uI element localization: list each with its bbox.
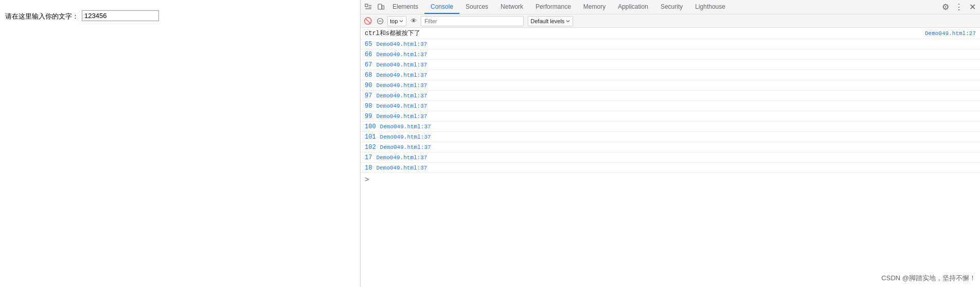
console-row: 66Demo049.html:37 bbox=[361, 49, 980, 60]
console-row-link[interactable]: Demo049.html:37 bbox=[376, 165, 427, 171]
console-row: 67Demo049.html:37 bbox=[361, 60, 980, 70]
console-row-link[interactable]: Demo049.html:37 bbox=[376, 62, 427, 68]
input-label: 请在这里输入你的文字： bbox=[5, 12, 79, 21]
tab-sources[interactable]: Sources bbox=[459, 0, 494, 14]
console-row: ctrl和s都被按下了Demo049.html:27 bbox=[361, 28, 980, 39]
device-mode-button[interactable] bbox=[375, 2, 386, 13]
preserve-log-button[interactable] bbox=[375, 16, 385, 26]
tab-memory[interactable]: Memory bbox=[577, 0, 612, 14]
console-row-text: 68 bbox=[365, 72, 372, 79]
console-row-link[interactable]: Demo049.html:37 bbox=[376, 103, 427, 109]
console-row: 98Demo049.html:37 bbox=[361, 101, 980, 111]
tab-elements[interactable]: Elements bbox=[386, 0, 424, 14]
more-options-icon[interactable]: ⋮ bbox=[953, 2, 965, 13]
console-row-link[interactable]: Demo049.html:27 bbox=[925, 30, 976, 37]
console-row-link[interactable]: Demo049.html:37 bbox=[376, 155, 427, 161]
levels-dropdown-icon bbox=[565, 19, 571, 24]
console-row-text: ctrl和s都被按下了 bbox=[365, 29, 921, 38]
hide-network-icon[interactable]: 👁 bbox=[408, 16, 419, 26]
context-selector[interactable]: top bbox=[387, 16, 406, 26]
toolbar-right-icons: ⚙ ⋮ ✕ bbox=[940, 2, 978, 13]
console-row: 90Demo049.html:37 bbox=[361, 80, 980, 91]
console-row-text: 65 bbox=[365, 41, 372, 48]
page-area: 请在这里输入你的文字： bbox=[0, 0, 360, 287]
svg-rect-0 bbox=[365, 4, 368, 7]
tab-application[interactable]: Application bbox=[612, 0, 654, 14]
console-row: 101Demo049.html:37 bbox=[361, 132, 980, 142]
devtools-tabs: Elements Console Sources Network Perform… bbox=[386, 0, 940, 14]
context-value: top bbox=[390, 18, 398, 24]
console-row-text: 18 bbox=[365, 164, 372, 172]
console-row: 102Demo049.html:37 bbox=[361, 142, 980, 153]
console-row-text: 17 bbox=[365, 154, 372, 161]
console-row-link[interactable]: Demo049.html:37 bbox=[376, 41, 427, 47]
csdn-watermark: CSDN @脚踏实地，坚持不懈！ bbox=[881, 274, 976, 283]
console-row: 65Demo049.html:37 bbox=[361, 39, 980, 49]
console-row-text: 100 bbox=[365, 123, 376, 130]
console-row-link[interactable]: Demo049.html:37 bbox=[380, 124, 431, 130]
console-row: 99Demo049.html:37 bbox=[361, 111, 980, 122]
inspect-element-button[interactable] bbox=[363, 2, 374, 13]
svg-rect-4 bbox=[378, 4, 382, 9]
console-row-link[interactable]: Demo049.html:37 bbox=[376, 93, 427, 99]
console-row-text: 101 bbox=[365, 133, 376, 141]
console-row-text: 90 bbox=[365, 82, 372, 89]
console-row-link[interactable]: Demo049.html:37 bbox=[376, 72, 427, 78]
console-row-text: 67 bbox=[365, 61, 372, 69]
close-devtools-icon[interactable]: ✕ bbox=[967, 2, 978, 13]
console-row-link[interactable]: Demo049.html:37 bbox=[380, 134, 431, 140]
console-row-link[interactable]: Demo049.html:37 bbox=[376, 113, 427, 120]
log-levels-value: Default levels bbox=[530, 18, 564, 24]
console-row-text: 99 bbox=[365, 113, 372, 120]
console-row: 17Demo049.html:37 bbox=[361, 153, 980, 163]
console-row: 68Demo049.html:37 bbox=[361, 70, 980, 80]
text-input[interactable] bbox=[82, 10, 159, 21]
console-row-text: 102 bbox=[365, 144, 376, 151]
context-dropdown-icon bbox=[399, 19, 404, 24]
console-row: 18Demo049.html:37 bbox=[361, 163, 980, 173]
tab-security[interactable]: Security bbox=[654, 0, 689, 14]
console-prompt: > bbox=[361, 173, 980, 185]
prompt-arrow: > bbox=[365, 175, 369, 183]
console-row: 97Demo049.html:37 bbox=[361, 91, 980, 101]
tab-console[interactable]: Console bbox=[424, 0, 459, 14]
tab-network[interactable]: Network bbox=[494, 0, 529, 14]
devtools-top-toolbar: Elements Console Sources Network Perform… bbox=[361, 0, 980, 14]
svg-rect-5 bbox=[382, 6, 384, 9]
console-output: ctrl和s都被按下了Demo049.html:2765Demo049.html… bbox=[361, 28, 980, 287]
tab-lighthouse[interactable]: Lighthouse bbox=[689, 0, 732, 14]
console-row: 100Demo049.html:37 bbox=[361, 122, 980, 132]
toolbar-icons-left bbox=[363, 2, 386, 13]
log-levels-selector[interactable]: Default levels bbox=[528, 16, 573, 26]
console-secondary-toolbar: 🚫 top 👁 Default levels bbox=[361, 14, 980, 28]
clear-console-button[interactable]: 🚫 bbox=[363, 16, 373, 26]
console-row-link[interactable]: Demo049.html:37 bbox=[380, 144, 431, 150]
settings-icon[interactable]: ⚙ bbox=[940, 2, 951, 13]
console-row-text: 97 bbox=[365, 92, 372, 99]
console-row-link[interactable]: Demo049.html:37 bbox=[376, 82, 427, 89]
console-row-text: 66 bbox=[365, 51, 372, 58]
console-row-link[interactable]: Demo049.html:37 bbox=[376, 52, 427, 58]
console-row-text: 98 bbox=[365, 103, 372, 110]
devtools-panel: Elements Console Sources Network Perform… bbox=[360, 0, 980, 287]
tab-performance[interactable]: Performance bbox=[529, 0, 577, 14]
console-filter-input[interactable] bbox=[421, 16, 524, 26]
